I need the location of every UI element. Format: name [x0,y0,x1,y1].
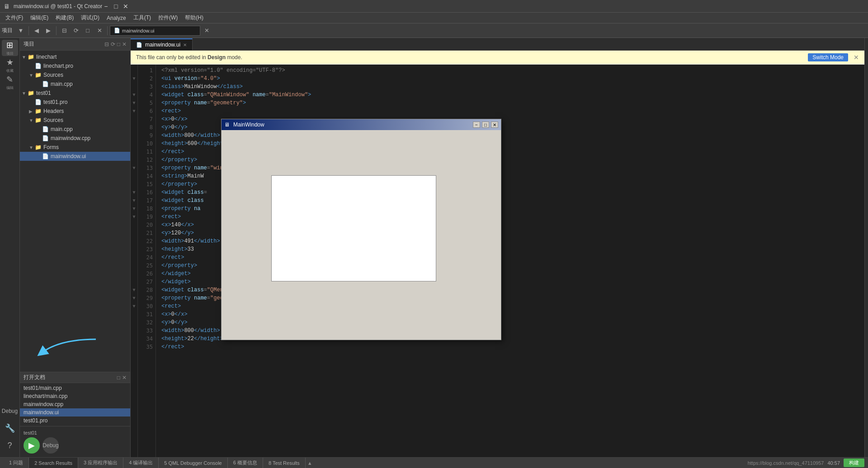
status-tab-problems[interactable]: 1 问题 [4,458,29,468]
fold-6[interactable]: ▼ [132,107,137,115]
tree-item-mainwindow-cpp[interactable]: 📄 mainwindow.cpp [20,134,130,143]
run-button[interactable]: ▶ [24,437,40,454]
tree-item-mainwindow-ui[interactable]: 📄 mainwindow.ui [20,152,130,161]
tab-mainwindow-ui[interactable]: 📄 mainwindow.ui ✕ [131,38,193,50]
fold-28[interactable]: ▼ [132,286,137,294]
minimize-button[interactable]: − [102,3,109,10]
fold-22[interactable] [132,237,137,245]
tab-close-btn[interactable]: ✕ [183,42,187,47]
fold-34[interactable] [132,335,137,343]
status-tab-test-results[interactable]: 8 Test Results [263,458,306,468]
menu-tools[interactable]: 工具(T) [130,13,155,23]
fold-31[interactable] [132,310,137,318]
fold-23[interactable] [132,245,137,253]
toolbar-dropdown[interactable]: ▼ [15,25,26,36]
preview-minimize-btn[interactable]: − [473,122,480,128]
menu-file[interactable]: 文件(F) [2,13,27,23]
doc-item-test01-pro[interactable]: test01.pro [20,417,130,425]
status-tab-compile[interactable]: 4 编译输出 [123,458,159,468]
fold-14[interactable] [132,172,137,180]
tree-item-test01[interactable]: ▼ 📁 test01 [20,89,130,98]
fold-7[interactable] [132,115,137,123]
sidebar-icon-help[interactable]: ? [2,437,18,454]
toolbar-forward[interactable]: ▶ [43,25,54,36]
fold-24[interactable] [132,253,137,262]
fold-4[interactable]: ▼ [132,91,137,99]
fold-1[interactable] [132,66,137,75]
doc-item-linechart-main[interactable]: linechart/main.cpp [20,392,130,400]
toolbar-tab-close[interactable]: ✕ [201,25,212,36]
tree-item-forms[interactable]: ▼ 📁 Forms [20,143,130,152]
fold-17[interactable]: ▼ [132,197,137,205]
fold-35[interactable] [132,343,137,351]
status-arrow-up[interactable]: ▲ [307,460,312,466]
info-close-button[interactable]: ✕ [854,54,859,61]
doc-item-test01-main[interactable]: test01/main.cpp [20,384,130,392]
fold-10[interactable] [132,140,137,148]
docs-expand-icon[interactable]: □ [117,374,120,381]
fold-11[interactable] [132,148,137,156]
menu-debug[interactable]: 调试(D) [77,13,103,23]
fold-8[interactable] [132,123,137,131]
menu-build[interactable]: 构建(B) [52,13,77,23]
sidebar-icon-project[interactable]: ⊞ 项目 [2,40,18,56]
fold-19[interactable]: ▼ [132,213,137,221]
fold-32[interactable] [132,318,137,327]
preview-maximize-btn[interactable]: □ [482,122,489,128]
fold-13[interactable]: ▼ [132,164,137,172]
sidebar-icon-debug[interactable]: Debug [2,403,18,419]
fold-16[interactable]: ▼ [132,188,137,197]
tree-item-main-cpp-1[interactable]: 📄 main.cpp [20,80,130,89]
fold-18[interactable]: ▼ [132,205,137,213]
fold-30[interactable]: ▼ [132,302,137,310]
build-button[interactable]: 构建 [844,459,864,467]
status-tab-qml-debug[interactable]: 5 QML Debugger Console [159,458,227,468]
fold-21[interactable] [132,229,137,237]
menu-help[interactable]: 帮助(H) [181,13,207,23]
fold-5[interactable]: ▼ [132,99,137,107]
project-close-icon[interactable]: ✕ [122,41,127,47]
fold-29[interactable]: ▼ [132,294,137,302]
fold-3[interactable] [132,83,137,91]
status-tab-app-output[interactable]: 3 应用程序输出 [78,458,123,468]
tree-item-sources1[interactable]: ▼ 📁 Sources [20,70,130,80]
fold-15[interactable] [132,180,137,188]
fold-9[interactable] [132,131,137,140]
maximize-button[interactable]: □ [112,3,119,10]
project-sync-icon[interactable]: ⟳ [111,41,115,47]
doc-item-mainwindow-cpp[interactable]: mainwindow.cpp [20,400,130,408]
fold-12[interactable] [132,156,137,164]
project-filter-icon[interactable]: ⊟ [104,41,109,47]
debug-run-button[interactable]: Debug [42,437,59,454]
tree-item-linechart-pro[interactable]: 📄 linechart.pro [20,61,130,70]
switch-mode-button[interactable]: Switch Mode [808,53,848,61]
toolbar-sync[interactable]: ⟳ [71,25,81,36]
fold-20[interactable] [132,221,137,229]
preview-close-btn[interactable]: ✕ [491,122,498,128]
toolbar-close[interactable]: ✕ [94,25,105,36]
fold-27[interactable] [132,278,137,286]
toolbar-filter[interactable]: ⊟ [59,25,70,36]
fold-25[interactable] [132,262,137,270]
tree-item-headers[interactable]: ▶ 📁 Headers [20,107,130,116]
doc-item-mainwindow-ui[interactable]: mainwindow.ui [20,408,130,417]
close-button[interactable]: ✕ [122,3,129,10]
toolbar-back[interactable]: ◀ [31,25,42,36]
menu-edit[interactable]: 编辑(E) [27,13,52,23]
status-tab-search[interactable]: 2 Search Results [29,458,78,468]
project-expand-icon[interactable]: □ [117,41,120,47]
tree-item-linechart[interactable]: ▼ 📁 linechart [20,52,130,61]
sidebar-icon-favorite[interactable]: ★ 收藏 [2,57,18,73]
menu-analyze[interactable]: Analyze [103,14,130,22]
fold-2[interactable]: ▼ [132,75,137,83]
tree-item-test01-pro[interactable]: 📄 test01.pro [20,98,130,107]
tree-item-sources2[interactable]: ▼ 📁 Sources [20,116,130,125]
docs-close-icon[interactable]: ✕ [122,374,127,381]
tree-item-main-cpp-2[interactable]: 📄 main.cpp [20,125,130,134]
sidebar-icon-tools[interactable]: 🔧 [2,420,18,436]
sidebar-icon-edit[interactable]: ✎ 编辑 [2,74,18,90]
fold-26[interactable] [132,270,137,278]
menu-controls[interactable]: 控件(W) [155,13,181,23]
fold-33[interactable] [132,327,137,335]
status-tab-summary[interactable]: 6 概要信息 [228,458,263,468]
